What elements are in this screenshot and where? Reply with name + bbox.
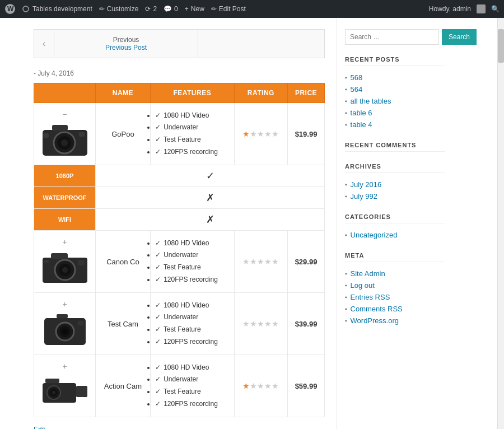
main-content: ‹ Previous Previous Post - July 4, 2016 … — [0, 18, 336, 429]
list-item: July 2016 — [345, 179, 445, 190]
list-item: July 992 — [345, 190, 445, 202]
svg-rect-16 — [44, 260, 49, 263]
product-image-cell: + — [34, 293, 96, 355]
product-rating: ★★★★★ — [234, 231, 287, 293]
scrollbar-thumb[interactable] — [498, 29, 504, 63]
product-features: ✓ 1080 HD Video✓ Underwater✓ Test Featur… — [150, 103, 234, 165]
list-item-link[interactable]: July 992 — [351, 192, 377, 200]
list-item-link[interactable]: WordPress.org — [351, 316, 399, 325]
admin-bar: W Tables development ✏ Customize ⟳ 2 💬 0… — [0, 0, 504, 18]
nav-previous-label: Previous — [63, 36, 189, 44]
admin-bar-new[interactable]: + New — [185, 5, 204, 13]
product-price: $59.99 — [288, 355, 325, 417]
feature-row: WATERPROOF ✗ — [34, 187, 325, 209]
feature-label: 1080P — [34, 165, 96, 187]
list-item-link[interactable]: Site Admin — [351, 269, 385, 278]
sidebar-search-form: Search — [345, 29, 445, 45]
admin-bar-comments[interactable]: 💬 0 — [164, 5, 178, 13]
product-features: ✓ 1080 HD Video✓ Underwater✓ Test Featur… — [150, 355, 234, 417]
expand-button[interactable]: + — [59, 361, 69, 372]
table-row: + Canon Co ✓ 1080 HD Video✓ Underwater✓ … — [34, 231, 325, 293]
table-row: + Test Cam ✓ 1080 HD Video✓ Underwater✓ … — [34, 293, 325, 355]
expand-button[interactable]: + — [59, 236, 69, 248]
product-name: GoPoo — [96, 103, 151, 165]
post-date: - July 4, 2016 — [34, 69, 325, 77]
expand-button[interactable]: − — [59, 109, 69, 120]
svg-point-14 — [62, 267, 68, 273]
nav-next-area — [198, 30, 324, 58]
table-row: + Action Cam ✓ 1080 HD Video✓ Underwater… — [34, 355, 325, 417]
sidebar: Search RECENT POSTS 568564all the tables… — [336, 18, 454, 429]
svg-point-27 — [52, 391, 55, 394]
svg-rect-11 — [51, 253, 68, 259]
svg-rect-24 — [76, 386, 87, 397]
nav-previous-link[interactable]: Previous Post — [63, 44, 189, 52]
list-item: Uncategorized — [345, 229, 445, 241]
svg-rect-8 — [79, 132, 85, 137]
svg-rect-22 — [78, 321, 83, 325]
list-item-link[interactable]: table 4 — [351, 120, 372, 129]
list-item: table 4 — [345, 119, 445, 130]
table-row: − GoPoo ✓ 1080 HD Video✓ Underwater✓ Tes… — [34, 103, 325, 165]
col-rating: RATING — [234, 83, 287, 103]
admin-bar-revisions[interactable]: ⟳ 2 — [145, 5, 157, 13]
categories-section: CATEGORIES Uncategorized — [345, 213, 445, 241]
list-item: Log out — [345, 279, 445, 291]
recent-comments-section: RECENT COMMENTS — [345, 142, 445, 152]
feature-row: 1080P ✓ — [34, 165, 325, 187]
wp-logo[interactable]: W — [4, 3, 16, 15]
archives-list: July 2016July 992 — [345, 179, 445, 202]
list-item-link[interactable]: 568 — [351, 73, 363, 82]
nav-back-arrow[interactable]: ‹ — [34, 32, 54, 55]
list-item-link[interactable]: 564 — [351, 85, 363, 94]
search-button[interactable]: Search — [442, 29, 477, 45]
expand-button[interactable]: + — [59, 299, 69, 310]
search-icon[interactable]: 🔍 — [491, 5, 500, 13]
list-item: Site Admin — [345, 268, 445, 279]
svg-rect-28 — [45, 379, 59, 383]
list-item-link[interactable]: Entries RSS — [351, 293, 390, 301]
product-features: ✓ 1080 HD Video✓ Underwater✓ Test Featur… — [150, 231, 234, 293]
feature-label: WATERPROOF — [34, 187, 96, 209]
nav-previous: Previous Previous Post — [54, 31, 197, 56]
search-input[interactable] — [345, 29, 439, 45]
feature-label: WIFI — [34, 209, 96, 231]
archives-section: ARCHIVES July 2016July 992 — [345, 163, 445, 202]
edit-link[interactable]: Edit — [34, 426, 45, 429]
archives-title: ARCHIVES — [345, 163, 445, 173]
admin-bar-edit[interactable]: ✏ Edit Post — [211, 5, 246, 13]
list-item-link[interactable]: all the tables — [351, 97, 391, 105]
meta-section: META Site AdminLog outEntries RSSComment… — [345, 252, 445, 327]
list-item: table 6 — [345, 107, 445, 119]
table-header-row: NAME FEATURES RATING PRICE — [34, 83, 325, 103]
product-price: $39.99 — [288, 293, 325, 355]
svg-rect-9 — [43, 133, 49, 138]
recent-comments-title: RECENT COMMENTS — [345, 142, 445, 152]
col-image — [34, 83, 96, 103]
list-item-link[interactable]: Uncategorized — [351, 231, 398, 239]
recent-posts-title: RECENT POSTS — [345, 56, 445, 66]
list-item: 564 — [345, 83, 445, 95]
admin-avatar — [477, 4, 486, 13]
svg-point-2 — [23, 6, 29, 12]
svg-rect-4 — [52, 125, 68, 130]
list-item: all the tables — [345, 95, 445, 107]
list-item-link[interactable]: Log out — [351, 281, 375, 290]
list-item-link[interactable]: July 2016 — [351, 180, 382, 189]
scrollbar[interactable] — [497, 18, 504, 429]
product-image-cell: + — [34, 231, 96, 293]
list-item-link[interactable]: Comments RSS — [351, 305, 403, 313]
feature-value: ✗ — [96, 187, 325, 209]
col-features: FEATURES — [150, 83, 234, 103]
svg-point-20 — [62, 329, 68, 334]
product-features: ✓ 1080 HD Video✓ Underwater✓ Test Featur… — [150, 293, 234, 355]
admin-bar-customize[interactable]: ✏ Customize — [99, 5, 139, 13]
admin-bar-site[interactable]: Tables development — [22, 5, 92, 13]
list-item-link[interactable]: table 6 — [351, 109, 372, 117]
product-price: $29.99 — [288, 231, 325, 293]
recent-posts-list: 568564all the tablestable 6table 4 — [345, 72, 445, 130]
list-item: Comments RSS — [345, 303, 445, 315]
product-name: Test Cam — [96, 293, 151, 355]
list-item: Entries RSS — [345, 291, 445, 303]
svg-text:W: W — [7, 5, 14, 13]
